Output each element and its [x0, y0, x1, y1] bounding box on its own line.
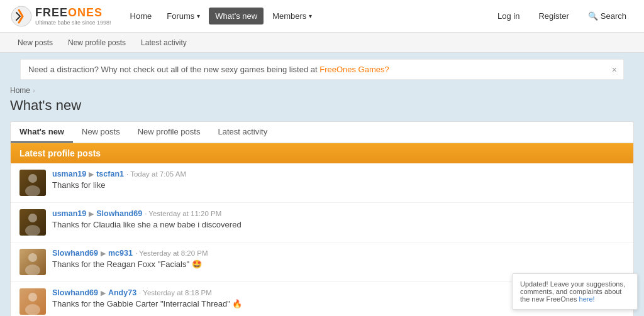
avatar-icon [19, 170, 46, 196]
logo[interactable]: FREE ONES Ultimate babe site since 1998! [10, 5, 111, 28]
svg-point-3 [28, 214, 37, 222]
to-username[interactable]: Andy73 [108, 288, 136, 297]
search-button[interactable]: 🔍 Search [580, 8, 634, 24]
post-content: usman19 ▶ Slowhand69 · Yesterday at 11:2… [52, 209, 625, 229]
svg-point-8 [25, 304, 40, 315]
notice-banner: Need a distraction? Why not check out al… [20, 59, 624, 80]
tab-whats-new[interactable]: What's new [11, 122, 73, 143]
post-header: Slowhand69 ▶ mc931 · Yesterday at 8:20 P… [52, 249, 625, 258]
post-timestamp: · Yesterday at 8:20 PM [135, 249, 208, 257]
svg-point-2 [25, 185, 40, 196]
nav-item-home[interactable]: Home [124, 8, 158, 25]
nav-item-members[interactable]: Members ▾ [266, 8, 318, 25]
post-arrow-icon: ▶ [89, 210, 94, 218]
from-username[interactable]: Slowhand69 [52, 288, 98, 297]
post-arrow-icon: ▶ [101, 289, 106, 297]
from-username[interactable]: usman19 [52, 209, 86, 218]
to-username[interactable]: tscfan1 [96, 170, 124, 178]
post-content: Slowhand69 ▶ mc931 · Yesterday at 8:20 P… [52, 249, 625, 269]
logo-free: FREE [35, 6, 68, 19]
bottom-notification-link[interactable]: here! [579, 295, 595, 303]
nav-item-forums[interactable]: Forums ▾ [160, 8, 206, 25]
from-username[interactable]: Slowhand69 [52, 249, 98, 258]
sub-nav-new-posts[interactable]: New posts [10, 35, 60, 51]
nav-item-whats-new[interactable]: What's new [209, 8, 264, 25]
search-icon: 🔍 [588, 11, 598, 21]
svg-point-5 [28, 253, 37, 262]
sub-navigation: New posts New profile posts Latest activ… [0, 33, 644, 53]
post-text: Thanks for like [52, 180, 625, 190]
sub-nav-new-profile-posts[interactable]: New profile posts [60, 35, 133, 51]
to-username[interactable]: mc931 [108, 249, 133, 258]
svg-point-7 [28, 293, 37, 302]
notice-close-button[interactable]: × [612, 65, 617, 75]
sub-nav-latest-activity[interactable]: Latest activity [133, 35, 194, 51]
svg-point-0 [11, 6, 31, 26]
post-timestamp: · Today at 7:05 AM [126, 170, 186, 178]
register-button[interactable]: Register [531, 8, 576, 24]
login-button[interactable]: Log in [490, 8, 527, 24]
svg-point-1 [28, 174, 37, 183]
post-text: Thanks for the Reagan Foxx "Facials" 🤩 [52, 259, 625, 269]
post-header: usman19 ▶ tscfan1 · Today at 7:05 AM [52, 170, 625, 178]
avatar [19, 170, 46, 196]
members-dropdown-icon: ▾ [309, 13, 312, 19]
notice-link[interactable]: FreeOnes Games? [319, 65, 389, 74]
avatar [19, 288, 46, 315]
logo-tagline: Ultimate babe site since 1998! [35, 19, 111, 26]
bottom-notification: Updated! Leave your suggestions, comment… [512, 273, 638, 310]
logo-text: FREE ONES Ultimate babe site since 1998! [35, 6, 111, 26]
list-item: usman19 ▶ tscfan1 · Today at 7:05 AM Tha… [11, 163, 633, 203]
list-item: usman19 ▶ Slowhand69 · Yesterday at 11:2… [11, 203, 633, 242]
top-navigation: FREE ONES Ultimate babe site since 1998!… [0, 0, 644, 33]
avatar-icon [19, 209, 46, 236]
logo-ones: ONES [68, 6, 103, 19]
page-title: What's new [10, 97, 634, 114]
tab-new-posts[interactable]: New posts [73, 122, 129, 143]
post-arrow-icon: ▶ [101, 249, 106, 258]
post-content: usman19 ▶ tscfan1 · Today at 7:05 AM Tha… [52, 170, 625, 190]
nav-links: Home Forums ▾ What's new Members ▾ [124, 8, 490, 25]
avatar-icon [19, 249, 46, 275]
tab-new-profile-posts[interactable]: New profile posts [129, 122, 209, 143]
page-tabs: What's new New posts New profile posts L… [10, 121, 634, 143]
from-username[interactable]: usman19 [52, 170, 86, 178]
post-timestamp: · Yesterday at 8:18 PM [139, 289, 212, 297]
tab-latest-activity[interactable]: Latest activity [209, 122, 276, 143]
post-text: Thanks for Claudia like she a new babe i… [52, 220, 625, 229]
breadcrumb-chevron: › [33, 87, 35, 94]
breadcrumb-home-link[interactable]: Home [10, 86, 30, 95]
section-header-latest-profile-posts: Latest profile posts [11, 143, 633, 163]
forums-dropdown-icon: ▾ [197, 13, 200, 19]
avatar-icon [19, 288, 46, 315]
svg-point-6 [25, 264, 40, 275]
breadcrumb: Home › [10, 86, 634, 95]
nav-right-actions: Log in Register 🔍 Search [490, 8, 634, 24]
post-arrow-icon: ▶ [89, 170, 94, 178]
post-header: usman19 ▶ Slowhand69 · Yesterday at 11:2… [52, 209, 625, 218]
post-timestamp: · Yesterday at 11:20 PM [145, 210, 221, 217]
to-username[interactable]: Slowhand69 [96, 209, 142, 218]
avatar [19, 209, 46, 236]
logo-icon [10, 5, 33, 28]
svg-point-4 [25, 225, 40, 236]
avatar [19, 249, 46, 275]
